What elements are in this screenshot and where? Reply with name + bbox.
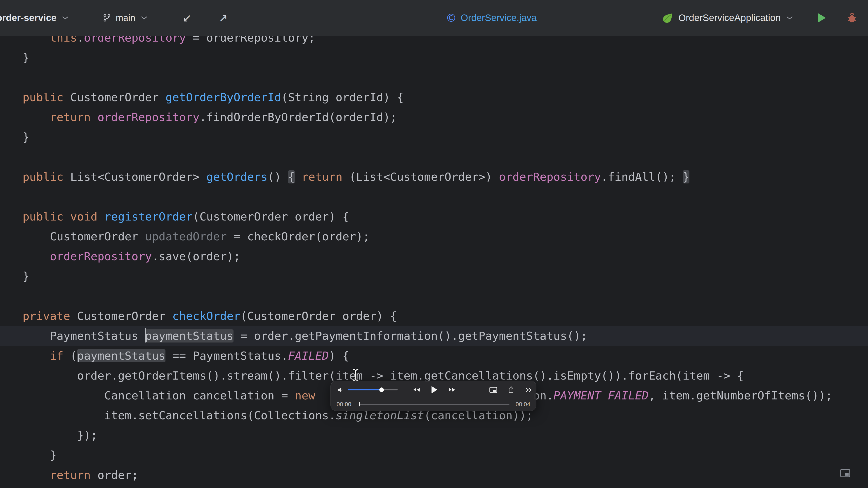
code-segment: } (23, 131, 29, 144)
progress-bar[interactable] (359, 404, 509, 404)
code-segment: { (288, 170, 295, 184)
code-segment: .findAll(); (601, 170, 683, 184)
code-line[interactable] (0, 147, 868, 167)
branch-name: main (116, 13, 135, 23)
code-segment: public (23, 91, 70, 104)
run-controls: OrderServiceApplication (662, 0, 858, 36)
playhead[interactable] (360, 402, 360, 406)
code-segment: order; (97, 468, 138, 482)
file-breadcrumb[interactable]: © OrderService.java (446, 0, 537, 36)
code-segment: paymentStatus (77, 349, 165, 362)
code-line[interactable]: if (paymentStatus == PaymentStatus.FAILE… (0, 346, 868, 366)
run-config-name[interactable]: OrderServiceApplication (678, 12, 781, 23)
code-segment: CustomerOrder (70, 91, 165, 104)
more-chevrons-icon[interactable] (525, 387, 533, 393)
spring-boot-icon (662, 12, 673, 24)
code-segment: () (268, 170, 288, 184)
current-time: 00:00 (337, 401, 351, 408)
picture-in-picture-button[interactable] (489, 387, 498, 393)
file-name: OrderService.java (461, 12, 537, 23)
update-project-button[interactable]: ↙ (179, 0, 195, 36)
screen-layout-icon[interactable] (840, 468, 850, 479)
code-segment: ) { (329, 349, 349, 362)
code-segment: void (70, 210, 104, 223)
debug-bug-icon[interactable] (846, 12, 858, 24)
arrow-up-right-icon: ↗ (219, 11, 228, 24)
code-line[interactable]: orderRepository.save(order); (0, 247, 868, 266)
project-widget[interactable]: order-service (0, 0, 69, 36)
code-segment (295, 170, 302, 184)
code-segment: private (23, 310, 77, 323)
arrow-down-left-icon: ↙ (182, 11, 191, 24)
code-segment: checkOrder (172, 310, 240, 323)
push-button[interactable]: ↗ (215, 0, 231, 36)
code-segment: } (683, 170, 689, 184)
code-segment: (String orderId) { (281, 91, 404, 104)
play-button[interactable] (430, 385, 438, 394)
chevron-down-icon[interactable] (786, 16, 793, 20)
code-segment: item.setCancellations(Collections. (23, 409, 336, 422)
run-button[interactable] (816, 12, 827, 24)
code-segment: updatedOrder (145, 230, 227, 243)
text-cursor (352, 369, 360, 382)
volume-icon[interactable] (337, 386, 345, 393)
code-segment: == PaymentStatus. (165, 349, 288, 362)
code-line[interactable] (0, 187, 868, 207)
code-segment: public (23, 210, 70, 223)
code-segment: public (23, 170, 70, 184)
code-segment: return (50, 468, 97, 482)
code-segment: .findOrderByOrderId(orderId); (199, 111, 397, 124)
media-player-overlay: 00:00 00:04 (331, 381, 536, 411)
code-segment (23, 468, 50, 482)
code-line[interactable]: } (0, 266, 868, 286)
code-line[interactable]: return order; (0, 465, 868, 485)
volume-knob[interactable] (379, 387, 384, 392)
code-line[interactable]: } (0, 445, 868, 465)
code-segment: ( (70, 349, 77, 362)
code-segment: } (23, 449, 57, 462)
code-segment: = order.getPaymentInformation().getPayme… (234, 329, 587, 343)
code-segment: registerOrder (104, 210, 193, 223)
code-segment (23, 349, 50, 362)
share-button[interactable] (507, 386, 515, 394)
class-icon: © (446, 12, 457, 23)
code-line[interactable]: public void registerOrder(CustomerOrder … (0, 207, 868, 227)
code-segment: (CustomerOrder order) { (240, 310, 397, 323)
code-segment: } (23, 270, 29, 283)
code-segment: return (50, 111, 97, 124)
code-segment: .save(order); (152, 250, 240, 263)
code-segment (23, 111, 50, 124)
vcs-branch-widget[interactable]: main (102, 0, 148, 36)
code-line[interactable]: CustomerOrder updatedOrder = checkOrder(… (0, 227, 868, 247)
code-segment: orderRepository (97, 111, 199, 124)
code-segment: PAYMENT_FAILED (553, 389, 649, 402)
code-area: this.orderRepository = orderRepository;}… (0, 28, 868, 485)
code-segment: paymentStatus (145, 329, 234, 343)
chevron-down-icon (62, 16, 69, 20)
volume-slider[interactable] (348, 386, 398, 393)
code-line[interactable]: } (0, 127, 868, 147)
code-segment: if (50, 349, 70, 362)
code-line[interactable] (0, 286, 868, 306)
code-editor[interactable]: this.orderRepository = orderRepository;}… (0, 0, 868, 488)
code-segment: orderRepository (499, 170, 601, 184)
rewind-button[interactable] (412, 387, 421, 392)
code-line[interactable]: return orderRepository.findOrderByOrderI… (0, 107, 868, 127)
code-line[interactable]: } (0, 48, 868, 68)
code-line[interactable]: public List<CustomerOrder> getOrders() {… (0, 167, 868, 187)
fast-forward-button[interactable] (447, 387, 456, 392)
code-segment (23, 250, 50, 263)
code-line[interactable] (0, 68, 868, 88)
code-line[interactable]: PaymentStatus paymentStatus = order.getP… (0, 326, 868, 346)
code-line[interactable]: private CustomerOrder checkOrder(Custome… (0, 306, 868, 326)
code-segment: Cancellation cancellation = (23, 389, 295, 402)
git-branch-icon (102, 13, 112, 23)
code-line[interactable]: }); (0, 425, 868, 445)
code-segment: }); (23, 429, 97, 442)
chevron-down-icon (141, 16, 148, 20)
code-segment: getOrderByOrderId (165, 91, 281, 104)
code-line[interactable]: public CustomerOrder getOrderByOrderId(S… (0, 88, 868, 107)
code-segment: FAILED (288, 349, 329, 362)
ide-window: this.orderRepository = orderRepository;}… (0, 0, 868, 488)
code-segment: (List<CustomerOrder>) (349, 170, 499, 184)
